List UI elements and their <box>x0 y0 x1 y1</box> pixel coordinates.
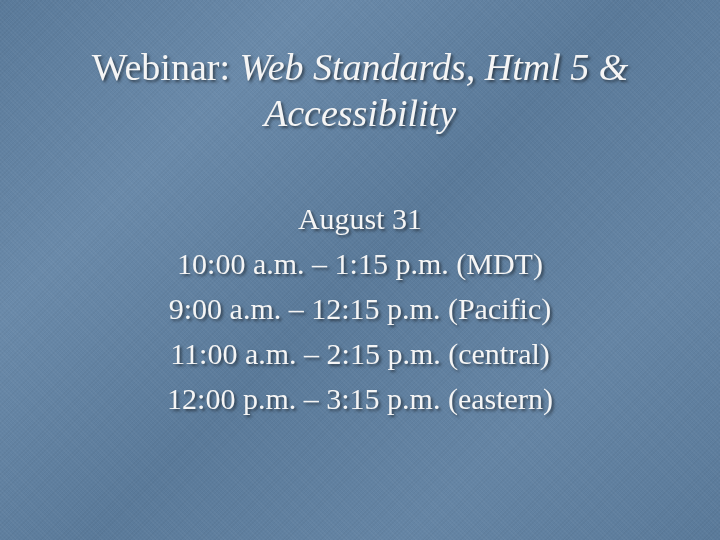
schedule-time: 9:00 a.m. – 12:15 p.m. (Pacific) <box>50 286 670 331</box>
schedule-time: 12:00 p.m. – 3:15 p.m. (eastern) <box>50 376 670 421</box>
schedule-date: August 31 <box>50 196 670 241</box>
schedule-time: 10:00 a.m. – 1:15 p.m. (MDT) <box>50 241 670 286</box>
title-main: Web Standards, Html 5 & Accessibility <box>240 46 629 134</box>
schedule: August 31 10:00 a.m. – 1:15 p.m. (MDT) 9… <box>50 196 670 421</box>
slide: Webinar: Web Standards, Html 5 & Accessi… <box>0 0 720 540</box>
title-prefix: Webinar: <box>92 46 240 88</box>
schedule-time: 11:00 a.m. – 2:15 p.m. (central) <box>50 331 670 376</box>
slide-title: Webinar: Web Standards, Html 5 & Accessi… <box>50 45 670 136</box>
